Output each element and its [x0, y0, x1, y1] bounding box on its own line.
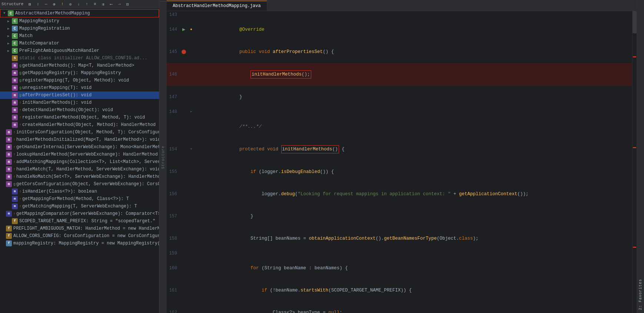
tree-item-mapping-registration[interactable]: ▶ C MappingRegistration	[0, 25, 159, 32]
class-icon: C	[8, 10, 14, 16]
fold-icon[interactable]: ▾	[190, 146, 192, 153]
tree-item-create-handler-method[interactable]: m ↑ createHandlerMethod(Object, Method):…	[0, 121, 159, 129]
tree-item-get-handler-methods[interactable]: m g getHandlerMethods(): Map<T, HandlerM…	[0, 62, 159, 69]
tree-arrow[interactable]: ▶	[7, 27, 12, 31]
tree-item-unregister-mapping[interactable]: m g unregisterMapping(T): void	[0, 84, 159, 91]
tree-item-register-mapping[interactable]: m g registerMapping(T, Object, Method): …	[0, 77, 159, 84]
tree-item-handle-no-match[interactable]: m ↑ handleNoMatch(Set<T>, ServerWebExcha…	[0, 173, 159, 180]
code-editor-area[interactable]: 143 144 ●	[167, 11, 637, 313]
toolbar-btn-5[interactable]: !	[59, 1, 66, 7]
method-icon: m	[6, 151, 12, 157]
tree-item-handler-methods-init[interactable]: m ↑ handlerMethodsInitialized(Map<T, Han…	[0, 136, 159, 143]
tree-item-get-mapping-comparator[interactable]: m ↑ getMappingComparator(ServerWebExchan…	[0, 210, 159, 217]
class-icon: C	[12, 26, 18, 31]
code-line-144: 144 ● @Override	[167, 19, 632, 41]
tree-item-lookup-handler-method[interactable]: m ↑ lookupHandlerMethod(ServerWebExchang…	[0, 151, 159, 158]
method-icon: m	[6, 211, 12, 217]
code-line-147: 147 }	[167, 86, 632, 108]
code-line-146: 146 initHandlerMethods();	[167, 63, 632, 86]
toolbar-btn-13[interactable]: ⊡	[124, 1, 131, 7]
class-icon: C	[12, 48, 18, 54]
tree-item-mapping-registry[interactable]: ▶ C MappingRegistry	[0, 17, 159, 25]
tree-item-register-handler-method[interactable]: m ↑ registerHandlerMethod(Object, Method…	[0, 114, 159, 121]
code-line-145: 145 public void afterPropertiesSet() {	[167, 41, 632, 63]
method-icon: m	[6, 174, 12, 180]
tree-item-match[interactable]: ▶ C Match	[0, 32, 159, 40]
tree-item-detect-handler-methods[interactable]: m ↑ detectHandlerMethods(Object): void	[0, 106, 159, 114]
svg-marker-0	[182, 28, 185, 31]
structure-tree: ▼ C AbstractHandlerMethodMapping ▶ C Map…	[0, 9, 159, 313]
toolbar-btn-8[interactable]: ↑	[83, 1, 90, 7]
code-line-157: 157 }	[167, 205, 632, 227]
method-icon: m	[12, 196, 18, 202]
tree-item-get-matching-mapping[interactable]: m ↑ getMatchingMapping(T, ServerWebExcha…	[0, 203, 159, 210]
tree-item-init-cors[interactable]: m ↑ initCorsConfiguration(Object, Method…	[0, 129, 159, 136]
code-line-149: /**...*/	[167, 116, 632, 138]
tree-item-add-matching-mappings[interactable]: m ↑ addMatchingMappings(Collection<T>, L…	[0, 158, 159, 166]
method-icon: m	[12, 92, 18, 98]
method-icon: m	[6, 144, 12, 150]
toolbar-btn-3[interactable]: ↔	[43, 1, 49, 7]
tree-item-get-handler-internal[interactable]: m ↑ getHandlerInternal(ServerWebExchange…	[0, 143, 159, 151]
field-icon: f	[6, 240, 12, 246]
toolbar-btn-12[interactable]: →	[116, 1, 123, 7]
tree-arrow[interactable]: ▼	[3, 11, 8, 15]
code-line-160: 160 for (String beanName : beanNames) {	[167, 257, 632, 279]
tab-abstract-handler[interactable]: AbstractHandlerMethodMapping.java	[167, 1, 267, 11]
tree-item-is-handler[interactable]: m ↑ isHandler(Class<?>): boolean	[0, 188, 159, 195]
tree-item-get-mapping-registry[interactable]: m g getMappingRegistry(): MappingRegistr…	[0, 69, 159, 77]
method-icon: m	[6, 166, 12, 172]
structure-toolbar: Structure ⊞ ↕ ↔ ⊕ ! ⊙ ↓ ↑ ≡ ⇉ ⟵ → ⊡	[0, 0, 159, 9]
method-icon: m	[12, 107, 18, 113]
breakpoint-icon	[182, 50, 186, 54]
method-icon: m	[12, 203, 18, 209]
tree-arrow[interactable]: ▶	[7, 34, 12, 38]
error-marker-2	[633, 147, 636, 148]
method-icon: m	[6, 181, 12, 187]
class-icon: C	[12, 40, 18, 46]
tree-arrow[interactable]: ▶	[7, 19, 12, 23]
structure-label[interactable]: Structure	[161, 146, 165, 169]
tree-item-get-cors-config[interactable]: m g getCorsConfiguration(Object, ServerW…	[0, 180, 159, 188]
scrollbar-track[interactable]	[632, 11, 637, 313]
code-line-155: 155 if (logger.isDebugEnabled()) {	[167, 161, 632, 183]
toolbar-btn-2[interactable]: ↕	[34, 1, 41, 7]
scrollbar-thumb[interactable]	[633, 11, 637, 33]
tree-item-allow-cors[interactable]: f ALLOW_CORS_CONFIG: CorsConfiguration =…	[0, 232, 159, 240]
method-icon: m	[12, 189, 18, 194]
tree-item-after-properties-set[interactable]: m g afterPropertiesSet(): void	[0, 91, 159, 99]
method-icon: m	[12, 70, 18, 76]
method-icon: m	[12, 114, 18, 120]
toolbar-btn-11[interactable]: ⟵	[108, 1, 114, 7]
code-line-148: 148 ▸	[167, 108, 632, 116]
error-marker-3	[633, 247, 636, 248]
toolbar-btn-4[interactable]: ⊕	[51, 1, 57, 7]
static-icon: S	[12, 55, 18, 61]
method-icon: m	[6, 137, 12, 143]
toolbar-btn-7[interactable]: ↓	[75, 1, 82, 7]
tree-item-abstract-handler[interactable]: ▼ C AbstractHandlerMethodMapping	[0, 9, 159, 17]
tree-item-scoped-target[interactable]: f SCOPED_TARGET_NAME_PREFIX: String = "s…	[0, 217, 159, 225]
class-icon: C	[12, 18, 18, 24]
code-line-158: 158 String[] beanNames = obtainApplicati…	[167, 227, 632, 250]
tree-item-mapping-registry-field[interactable]: f mappingRegistry: MappingRegistry = new…	[0, 240, 159, 247]
method-icon: m	[6, 129, 12, 135]
tree-item-preflight-match[interactable]: f PREFLIGHT_AMBIGUOUS_MATCH: HandlerMeth…	[0, 225, 159, 232]
fold-icon[interactable]: ▸	[190, 108, 192, 116]
tree-item-handle-match[interactable]: m ↑ handleMatch(T, HandlerMethod, Server…	[0, 166, 159, 173]
tree-arrow[interactable]: ▶	[7, 49, 12, 53]
tree-item-preflight[interactable]: ▶ C PreFlightAmbiguousMatchHandler	[0, 47, 159, 54]
method-icon: m	[12, 85, 18, 91]
favorites-label[interactable]: 2: Favorites	[638, 276, 643, 310]
tree-item-get-mapping-for-method[interactable]: m ↑ getMappingForMethod(Method, Class<?>…	[0, 195, 159, 203]
toolbar-btn-1[interactable]: ⊞	[26, 1, 33, 7]
method-icon: m	[12, 77, 18, 83]
tree-arrow[interactable]: ▶	[7, 41, 12, 46]
tree-item-match-comparator[interactable]: ▶ C MatchComparator	[0, 40, 159, 47]
editor-tabs: AbstractHandlerMethodMapping.java	[167, 0, 637, 11]
toolbar-btn-6[interactable]: ⊙	[67, 1, 74, 7]
toolbar-btn-10[interactable]: ⇉	[100, 1, 106, 7]
tree-item-static-init[interactable]: S static class initializer ALLOW_CORS_CO…	[0, 54, 159, 62]
toolbar-btn-9[interactable]: ≡	[92, 1, 98, 7]
tree-item-init-handler-methods[interactable]: m ↑ initHandlerMethods(): void	[0, 99, 159, 106]
